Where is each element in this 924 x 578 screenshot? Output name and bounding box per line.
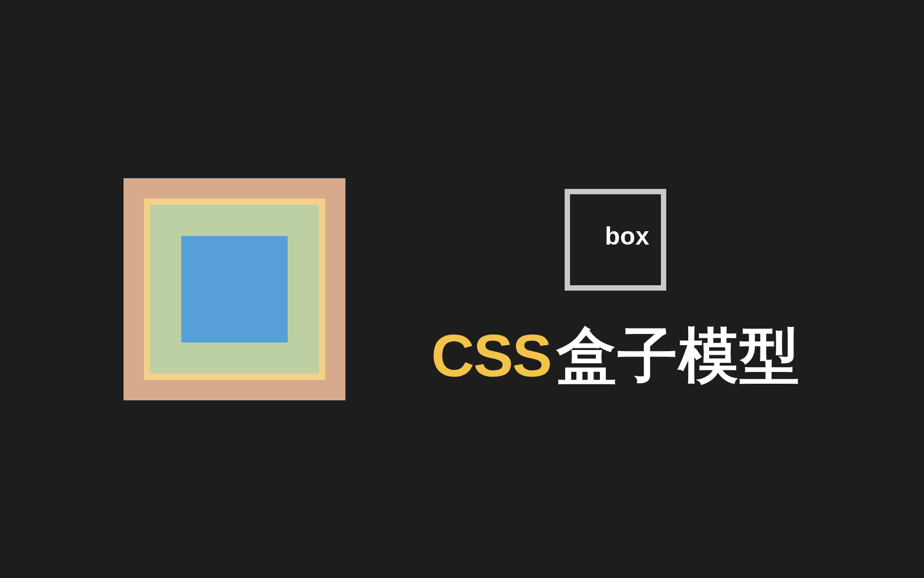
- box-model-diagram: [124, 178, 345, 400]
- content-layer: [181, 236, 288, 343]
- right-panel: box CSS盒子模型: [431, 189, 800, 389]
- title-css: CSS: [431, 322, 551, 389]
- title-cn: 盒子模型: [557, 322, 800, 389]
- canvas: box CSS盒子模型: [0, 0, 924, 578]
- page-title: CSS盒子模型: [431, 323, 800, 389]
- box-icon: box: [565, 189, 666, 291]
- box-icon-label: box: [605, 222, 649, 250]
